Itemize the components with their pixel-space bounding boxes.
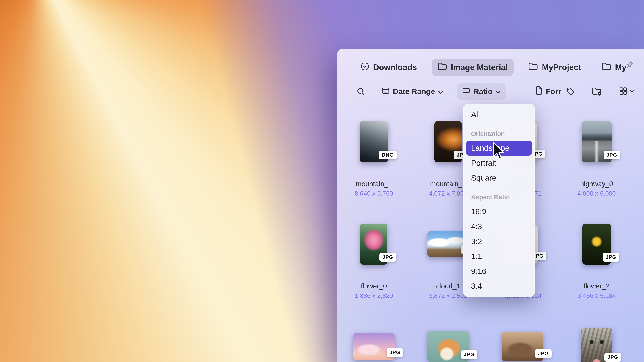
tab-label: MyProject xyxy=(542,63,581,72)
folder-icon xyxy=(602,62,611,72)
thumbnail-mountain-2[interactable]: JPG xyxy=(434,121,462,162)
thumbnail-box: JPG xyxy=(560,113,634,171)
file-name: mountain_2 xyxy=(430,180,466,188)
file-name: flower_2 xyxy=(584,282,610,290)
tab-downloads[interactable]: Downloads xyxy=(354,58,423,76)
menu-item-3-4[interactable]: 3:4 xyxy=(466,279,532,294)
file-card[interactable]: DNGmountain_18,640 x 5,760 xyxy=(337,113,411,215)
folder-icon xyxy=(438,62,447,72)
file-name: mountain_1 xyxy=(356,180,392,188)
folder-settings-icon[interactable] xyxy=(592,87,602,96)
menu-item-3-2[interactable]: 3:2 xyxy=(466,234,532,249)
filetype-badge: JPG xyxy=(461,350,478,359)
grid-view-icon xyxy=(619,86,628,96)
ratio-button[interactable]: Ratio xyxy=(457,83,506,100)
thumbnail-mountain-1[interactable]: DNG xyxy=(360,121,388,162)
thumbnail-box: DNG xyxy=(337,113,411,171)
thumbnail-highway-0[interactable]: JPG xyxy=(582,121,612,162)
format-label: Format xyxy=(546,87,561,96)
file-dimensions: 8,640 x 5,760 xyxy=(355,190,393,197)
file-card[interactable]: JPG xyxy=(411,318,485,362)
menu-item-all[interactable]: All xyxy=(466,107,532,122)
file-card[interactable]: JPGhighway_04,000 x 6,000 xyxy=(560,113,634,215)
file-name: flower_0 xyxy=(361,282,387,290)
thumbnail-box: JPG xyxy=(485,318,560,362)
filetype-badge: DNG xyxy=(379,150,396,159)
file-dimensions: 4,672 x 7,008 xyxy=(429,190,467,197)
file-dimensions: 3,872 x 2,592 xyxy=(429,292,467,300)
chevron-down-icon xyxy=(496,87,501,96)
tab-image-material[interactable]: Image Material xyxy=(432,58,514,76)
tab-label: Image Material xyxy=(451,63,508,72)
menu-section-orientation: Orientation xyxy=(466,126,532,141)
thumbnail-box: JPG xyxy=(337,318,411,362)
file-name: cloud_1 xyxy=(436,282,460,290)
tag-icon[interactable] xyxy=(566,87,575,96)
thumbnail-cloud-1[interactable]: JPG xyxy=(428,231,469,257)
filetype-badge: JPG xyxy=(535,349,552,358)
filetype-badge: JPG xyxy=(380,253,396,262)
search-icon[interactable] xyxy=(356,87,365,96)
calendar-icon xyxy=(381,86,390,97)
thumbnail-box: JPG xyxy=(560,215,634,273)
thumbnail-cat-lying[interactable]: JPG xyxy=(502,332,543,361)
download-icon xyxy=(360,62,370,73)
file-dimensions: 1,886 x 2,829 xyxy=(355,292,393,300)
menu-section-aspect-ratio: Aspect Ratio xyxy=(466,190,532,204)
thumbnail-box: JPG xyxy=(411,318,485,362)
menu-item-1-1[interactable]: 1:1 xyxy=(466,249,532,264)
ratio-dropdown-menu: AllOrientationLandscapePortraitSquareAsp… xyxy=(463,104,535,297)
file-card[interactable]: JPG xyxy=(485,318,560,362)
date-range-button[interactable]: Date Range xyxy=(376,83,448,100)
aspect-ratio-icon xyxy=(462,86,470,97)
menu-divider xyxy=(468,188,530,188)
file-card[interactable]: JPGflower_23,456 x 5,184 xyxy=(560,215,634,318)
menu-item-16-9[interactable]: 16:9 xyxy=(466,204,532,219)
menu-item-4-3[interactable]: 4:3 xyxy=(466,219,532,234)
file-card[interactable]: JPG xyxy=(337,318,411,362)
file-name: highway_0 xyxy=(580,180,613,188)
date-range-label: Date Range xyxy=(393,87,435,96)
file-card[interactable]: JPG xyxy=(560,318,634,362)
view-options-button[interactable] xyxy=(619,86,635,96)
toolbar-right-group xyxy=(566,86,635,96)
tab-myproject[interactable]: MyProject xyxy=(522,58,587,76)
filetype-badge: JPG xyxy=(603,253,619,262)
thumbnail-cat-yawn[interactable]: JPG xyxy=(428,331,469,362)
menu-item-square[interactable]: Square xyxy=(466,170,532,186)
menu-divider xyxy=(468,124,530,124)
pin-icon[interactable] xyxy=(624,60,634,72)
tab-label: Downloads xyxy=(373,63,417,72)
thumbnail-flower-0[interactable]: JPG xyxy=(360,224,388,264)
format-button[interactable]: Format xyxy=(530,83,566,100)
thumbnail-pink-sky[interactable]: JPG xyxy=(353,333,394,360)
menu-item-9-16[interactable]: 9:16 xyxy=(466,264,532,279)
thumbnail-flower-2[interactable]: JPG xyxy=(582,224,611,264)
mouse-cursor xyxy=(493,142,505,160)
toolbar: Date Range Ratio Format xyxy=(337,78,644,105)
ratio-label: Ratio xyxy=(474,87,493,96)
chevron-down-icon xyxy=(630,90,635,94)
tab-bar: Downloads Image Material MyProject My xyxy=(337,48,644,78)
filetype-badge: JPG xyxy=(604,150,620,159)
folder-icon xyxy=(528,62,538,72)
filetype-badge: JPG xyxy=(604,353,621,362)
thumbnail-box: JPG xyxy=(337,215,411,273)
file-dimensions: 4,000 x 6,000 xyxy=(578,190,616,197)
document-icon xyxy=(535,86,543,97)
file-dimensions: 3,456 x 5,184 xyxy=(578,292,616,300)
desktop-wallpaper: Downloads Image Material MyProject My xyxy=(0,0,644,362)
filetype-badge: JPG xyxy=(386,348,403,357)
thumbnail-cat-face[interactable]: JPG xyxy=(581,328,612,362)
file-browser-window: Downloads Image Material MyProject My xyxy=(337,48,644,362)
file-card[interactable]: JPGflower_01,886 x 2,829 xyxy=(337,215,411,318)
thumbnail-box: JPG xyxy=(560,318,634,362)
chevron-down-icon xyxy=(438,87,443,96)
